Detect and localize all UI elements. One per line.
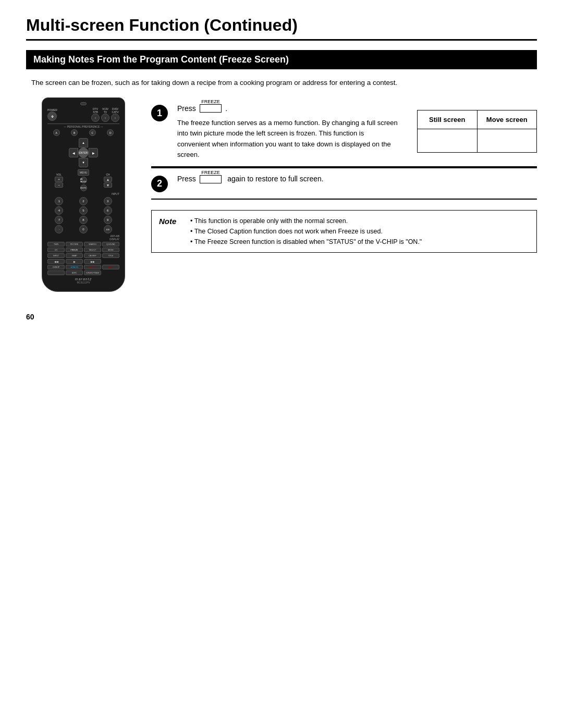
num-0[interactable]: 0 [79,225,88,233]
vol-down[interactable]: − [55,182,63,188]
press-label-2: Press [177,175,196,183]
mode-btn[interactable]: MODE [102,248,119,252]
num-8[interactable]: 8 [79,216,88,224]
dpad-up[interactable]: ▲ [79,138,88,147]
num-3[interactable]: 3 [104,197,112,205]
remote-power-row: POWER ⏻ DTVSTB ○ VCR/TV ○ DVD/C [47,107,119,122]
power-button[interactable]: ⏻ [47,112,57,121]
ch-up[interactable]: ▲ [104,177,112,182]
pref-a[interactable]: A [53,129,60,136]
cm-skip-btn[interactable]: CM SKIP [84,253,101,258]
rec-btn[interactable]: ⏺REC [102,265,119,269]
swap-btn[interactable]: SWAP [66,253,83,258]
ddfc-btn[interactable]: DDFC [66,270,83,275]
dpad-right[interactable]: ▶ [89,148,98,157]
num-2[interactable]: 2 [79,197,88,205]
note-item-2: The Closed Caption function does not wor… [190,226,422,237]
step-1-desc-text: The freeze function serves as a memo fun… [177,119,398,158]
note-list: This function is operable only with the … [190,216,422,247]
freeze-btn-icon-2 [200,175,222,183]
num-4[interactable]: 4 [55,206,63,215]
vcr-button[interactable]: ○ [101,114,109,122]
freeze-btn[interactable]: FREEZE [66,248,83,252]
twin-btn[interactable]: TWIN [47,242,65,246]
num-1[interactable]: 1 [55,197,63,205]
dtv-button[interactable]: ○ [91,114,100,122]
step-1-text: Press FREEZE . The freeze function serve… [177,104,398,160]
num-100[interactable]: 100 [104,225,112,233]
section-header: Making Notes From the Program Content (F… [26,50,537,69]
dvd-button[interactable]: ○ [111,114,119,122]
play-btn[interactable]: ▶ [66,259,83,264]
pause-btn[interactable]: ⏸PAUSE [66,265,83,269]
chskip-btn[interactable]: CHSKIP [47,265,65,269]
transport-row: ◀◀ ▶ ▶▶ [47,259,119,264]
num-7[interactable]: 7 [55,216,63,224]
function-buttons-3: INPUT SWAP CM SKIP TITLE [47,253,119,258]
freeze-button-symbol-1: FREEZE [200,104,222,113]
pref-c[interactable]: C [89,129,96,136]
num-9[interactable]: 9 [104,216,112,224]
search-btn[interactable]: SEARCH [84,242,101,246]
dpad-left[interactable]: ◀ [69,148,78,157]
main-content: POWER ⏻ DTVSTB ○ VCR/TV ○ DVD/C [26,97,537,292]
q-sound-btn[interactable]: Q-SOUND [102,242,119,246]
bottom-row: DDFC VCR/DVD POWER [47,270,119,275]
remote-model: RC6111PV [47,281,119,284]
ch-btn[interactable]: CH [47,248,65,252]
personal-pref-label: — PERSONAL PREFERENCE — [47,124,119,128]
pref-b[interactable]: B [71,129,78,136]
vol-control: VOL + − [55,173,63,188]
page-title: Multi-screen Function (Continued) [26,16,537,41]
page-number: 60 [26,313,537,321]
remote-area: POWER ⏻ DTVSTB ○ VCR/TV ○ DVD/C [26,97,141,292]
intro-text: The screen can be frozen, such as for ta… [31,78,537,88]
step-1-description: The freeze function serves as a memo fun… [177,118,398,160]
step-2-press-line: Press FREEZE again to restore to full sc… [177,175,537,183]
picture-btn[interactable]: PICTURE [66,242,83,246]
ch-control: CH ▲ ▼ [104,173,112,188]
vol-up[interactable]: + [55,177,63,182]
vcrdvd-power-btn[interactable]: VCR/DVD POWER [84,270,101,275]
step-1-number: 1 [151,105,168,121]
input-btn[interactable]: INPUT [47,253,65,258]
note-content: This function is operable only with the … [190,216,422,247]
select-btn[interactable]: SELECT [84,248,101,252]
num-5[interactable]: 5 [79,206,88,215]
dpad: ▲ ▼ ◀ ▶ ENTER [69,138,98,167]
dpad-down[interactable]: ▼ [79,158,88,167]
step-2-number: 2 [151,176,168,192]
rew-btn[interactable]: ◀◀ [47,259,65,264]
still-screen-body [418,129,478,152]
misc-btn[interactable] [47,270,65,275]
move-screen-body [478,129,537,152]
av-mode[interactable]: AV MODE [80,177,87,183]
input-label: INPUT [47,192,119,195]
step-1-top: Press FREEZE . The freeze function serve… [177,104,537,160]
step-2-content: Press FREEZE again to restore to full sc… [177,175,537,189]
freeze-button-symbol-2: FREEZE [200,175,222,183]
menu-button[interactable]: MENU [78,169,89,176]
ch-down[interactable]: ▼ [104,182,112,188]
stop-btn[interactable]: ⏹STOP [84,265,101,269]
function-buttons-2: CH FREEZE SELECT MODE [47,248,119,252]
note-item-3: The Freeze Screen function is disabled w… [190,237,422,247]
step-1-row: 1 Press FREEZE . [151,97,537,167]
mute[interactable]: MUTE [80,184,87,191]
step-1-press-line: Press FREEZE . [177,104,398,113]
dpad-enter[interactable]: ENTER [78,147,89,158]
steps-area: 1 Press FREEZE . [151,97,537,253]
ff-btn[interactable]: ▶▶ [84,259,101,264]
num-dot[interactable]: · [55,225,63,233]
num-6[interactable]: 6 [104,206,112,215]
remote-top [47,102,119,105]
press-label-1: Press [177,104,196,113]
screen-table-wrapper: Still screen Move screen [407,105,537,153]
freeze-label-2: FREEZE [201,170,220,175]
center-buttons: MENU AV MODE MUTE [78,169,89,191]
remote-control: POWER ⏻ DTVSTB ○ VCR/TV ○ DVD/C [42,97,125,292]
pref-d[interactable]: D [107,129,114,136]
title-btn[interactable]: TITLE [102,253,119,258]
move-screen-header: Move screen [478,110,537,129]
note-label: Note [159,217,185,226]
